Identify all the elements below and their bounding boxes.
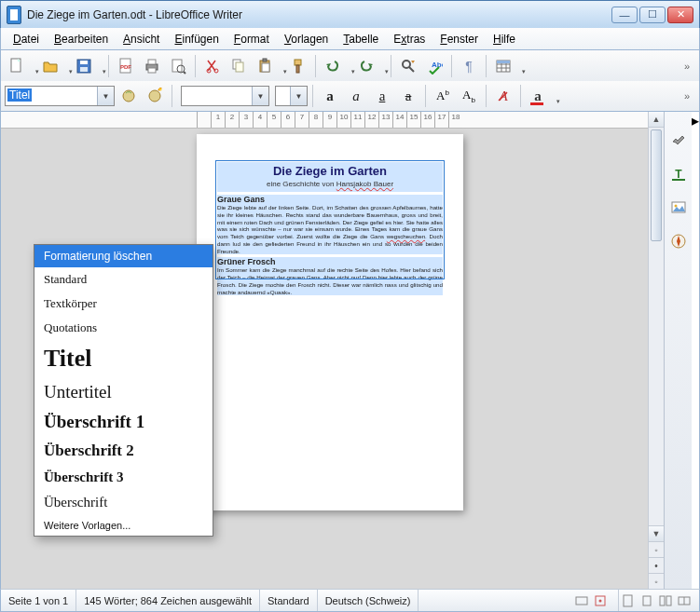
page[interactable]: Die Ziege im Garten eine Geschichte von …	[197, 134, 463, 510]
print-preview-button[interactable]	[166, 54, 190, 78]
status-view-single[interactable]	[638, 590, 656, 611]
menu-tabelle[interactable]: Tabelle	[336, 31, 385, 48]
strikethrough-button[interactable]: a	[396, 84, 420, 108]
status-view-multi[interactable]	[656, 590, 675, 611]
style-option[interactable]: Formatierung löschen	[34, 245, 213, 267]
status-page[interactable]: Seite 1 von 1	[1, 590, 76, 611]
bold-button[interactable]: a	[318, 84, 342, 108]
sidebar-navigator-button[interactable]	[668, 231, 689, 252]
clear-formatting-button[interactable]: A	[491, 84, 515, 108]
font-color-button[interactable]: a▾	[526, 84, 557, 108]
style-option[interactable]: Weitere Vorlagen...	[34, 515, 213, 536]
window-close-button[interactable]: ✕	[667, 7, 693, 23]
menu-format[interactable]: Format	[227, 31, 276, 48]
style-option[interactable]: Standard	[34, 267, 213, 292]
menu-extras[interactable]: Extras	[387, 31, 432, 48]
sidebar-collapse-handle[interactable]: ▸	[692, 112, 699, 589]
menu-einfuegen[interactable]: Einfügen	[168, 31, 225, 48]
svg-rect-30	[497, 61, 510, 63]
status-selection-mode[interactable]	[591, 590, 610, 611]
spellcheck-button[interactable]: Abc	[422, 54, 446, 78]
formatting-marks-button[interactable]: ¶	[457, 54, 481, 78]
svg-text:¶: ¶	[465, 59, 473, 74]
font-name-combo[interactable]: ▼	[181, 86, 269, 106]
window-maximize-button[interactable]: ☐	[639, 7, 666, 23]
doc-para-2[interactable]: Im Sommer kam die Ziege manchmal auf die…	[217, 266, 443, 295]
toolbar-overflow-button[interactable]: »	[679, 61, 695, 72]
style-option[interactable]: Textkörper	[34, 292, 213, 316]
svg-point-33	[159, 88, 162, 91]
scroll-down-button[interactable]: ▼	[649, 525, 664, 541]
nav-target-button[interactable]: •	[649, 557, 664, 573]
status-pagestyle[interactable]: Standard	[260, 590, 318, 611]
new-document-button[interactable]: ▾	[5, 54, 36, 78]
paragraph-style-dropdown-button[interactable]: ▼	[97, 87, 114, 105]
clone-formatting-button[interactable]	[286, 54, 310, 78]
save-document-button[interactable]: ▾	[72, 54, 103, 78]
insert-table-button[interactable]: ▾	[491, 54, 523, 78]
svg-point-42	[599, 599, 602, 602]
superscript-button[interactable]: Ab	[431, 84, 455, 108]
menu-vorlagen[interactable]: Vorlagen	[278, 31, 335, 48]
menu-hilfe[interactable]: Hilfe	[487, 31, 522, 48]
update-style-button[interactable]	[117, 84, 141, 108]
underline-button[interactable]: a	[370, 84, 394, 108]
subscript-button[interactable]: Ab	[457, 84, 481, 108]
doc-subtitle[interactable]: eine Geschichte von Hansjakob Bauer	[217, 180, 443, 192]
vertical-scrollbar[interactable]: ▲ ▼ ◦ • ◦	[648, 112, 664, 589]
ruler-tick: 14	[392, 112, 406, 128]
svg-rect-36	[672, 179, 685, 181]
menu-datei[interactable]: Datei	[7, 31, 46, 48]
paragraph-style-combo[interactable]: Titel ▼	[5, 86, 115, 106]
print-button[interactable]	[140, 54, 164, 78]
style-option[interactable]: Überschrift	[34, 490, 213, 515]
undo-button[interactable]: ▾	[321, 54, 352, 78]
scroll-thumb[interactable]	[651, 129, 662, 241]
menu-bearbeiten[interactable]: Bearbeiten	[48, 31, 115, 48]
redo-button[interactable]: ▾	[354, 54, 386, 78]
cut-button[interactable]	[200, 54, 225, 78]
doc-title[interactable]: Die Ziege im Garten	[217, 162, 443, 180]
sidebar-gallery-button[interactable]	[668, 197, 689, 218]
find-replace-button[interactable]	[396, 54, 420, 78]
export-pdf-button[interactable]: PDF	[114, 54, 138, 78]
sidebar-properties-button[interactable]	[668, 130, 689, 151]
toolbar2-overflow-button[interactable]: »	[679, 90, 695, 102]
new-style-button[interactable]	[143, 84, 167, 108]
doc-para-1[interactable]: Die Ziege lebte auf der linken Seite. Do…	[217, 204, 443, 254]
paragraph-style-dropdown[interactable]: Formatierung löschenStandardTextkörperQu…	[34, 244, 213, 537]
open-document-button[interactable]: ▾	[38, 54, 70, 78]
next-page-button[interactable]: ◦	[649, 573, 664, 589]
scroll-up-button[interactable]: ▲	[649, 112, 664, 128]
window-minimize-button[interactable]: —	[611, 7, 638, 23]
menu-fenster[interactable]: Fenster	[433, 31, 485, 48]
menu-ansicht[interactable]: Ansicht	[117, 31, 166, 48]
ruler-tick: 12	[364, 112, 378, 128]
page-content[interactable]: Die Ziege im Garten eine Geschichte von …	[217, 162, 443, 483]
font-size-combo[interactable]: ▼	[275, 86, 308, 106]
status-view-book[interactable]	[675, 590, 693, 611]
style-option[interactable]: Überschrift 2	[34, 437, 213, 465]
ruler-horizontal[interactable]: 123456789101112131415161718	[1, 112, 648, 129]
style-option[interactable]: Titel	[34, 340, 213, 377]
style-option[interactable]: Überschrift 3	[34, 465, 213, 490]
status-wordcount[interactable]: 145 Wörter; 864 Zeichen ausgewählt	[76, 590, 260, 611]
status-insert-mode[interactable]	[572, 590, 591, 611]
status-language[interactable]: Deutsch (Schweiz)	[318, 590, 419, 611]
style-option[interactable]: Überschrift 1	[34, 407, 213, 437]
ruler-tick: 18	[448, 112, 462, 128]
scroll-track[interactable]	[649, 128, 664, 525]
status-doc-modified[interactable]	[619, 590, 638, 611]
doc-heading-2[interactable]: Grüner Frosch	[217, 257, 443, 266]
paste-button[interactable]: ▾	[253, 54, 284, 78]
copy-button[interactable]	[226, 54, 251, 78]
prev-page-button[interactable]: ◦	[649, 541, 664, 557]
doc-heading-1[interactable]: Graue Gans	[217, 195, 443, 204]
sidebar-styles-button[interactable]: T	[668, 164, 689, 184]
style-option[interactable]: Untertitel	[34, 377, 213, 407]
style-option[interactable]: Quotations	[34, 316, 213, 340]
italic-button[interactable]: a	[344, 84, 368, 108]
font-size-dropdown-button[interactable]: ▼	[290, 87, 307, 105]
font-name-dropdown-button[interactable]: ▼	[252, 87, 268, 105]
toolbar-formatting: Titel ▼ ▼ ▼ a a a a Ab Ab A a▾ »	[0, 81, 700, 112]
